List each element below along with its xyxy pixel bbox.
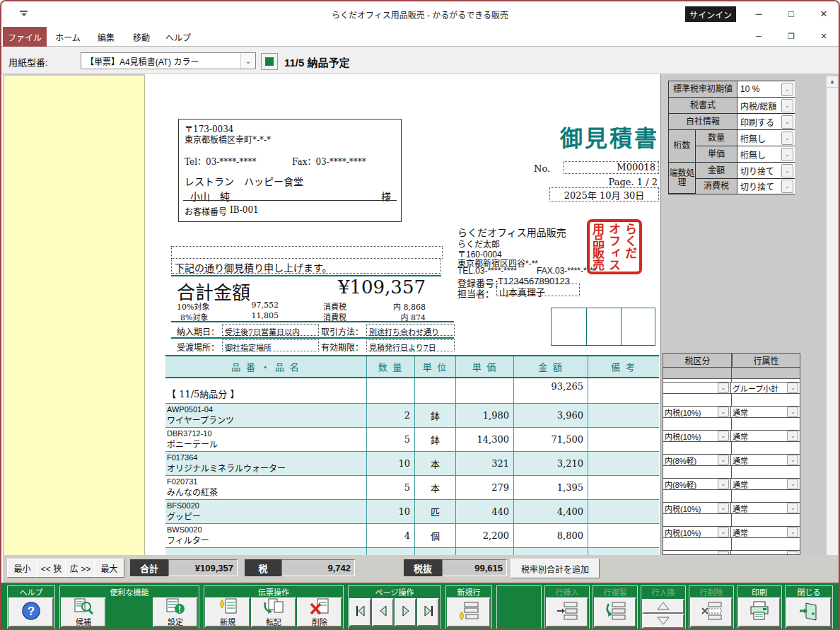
table-row-partial[interactable] [165, 548, 659, 555]
item-unit[interactable]: 鉢 [415, 404, 456, 427]
table-row[interactable]: AWP0501-04ワイヤープランツ 2 鉢 1,980 3,960 [165, 404, 659, 428]
term-place-field[interactable]: 御社指定場所 [222, 339, 319, 351]
minimize-button[interactable]: ─ [742, 3, 775, 24]
row-attr-select[interactable]: グループ小計⌄ [730, 383, 800, 393]
chevron-down-icon[interactable]: ⌄ [787, 503, 798, 513]
move-row-down-button[interactable] [642, 614, 684, 629]
row-attr-select[interactable]: 通常⌄ [730, 455, 800, 465]
item-qty[interactable]: 5 [367, 428, 415, 451]
item-unit[interactable]: 本 [415, 452, 456, 475]
doc-minimize-button[interactable]: ─ [742, 28, 775, 45]
tab-edit[interactable]: 編集 [89, 27, 123, 47]
setting-qty-digits-select[interactable]: 桁無し⌄ [737, 130, 795, 146]
chevron-down-icon[interactable]: ⌄ [718, 407, 729, 417]
maximize-button[interactable]: □ [775, 3, 807, 24]
chevron-down-icon[interactable]: ⌄ [718, 503, 729, 513]
width-max-button[interactable]: 最大 [94, 559, 124, 578]
chevron-down-icon[interactable]: ⌄ [787, 431, 798, 441]
tax-class-select[interactable]: 内(8%軽)⌄ [663, 479, 730, 489]
item-price[interactable]: 440 [456, 500, 514, 523]
delete-voucher-button[interactable]: 削除 [297, 597, 342, 627]
doc-close-button[interactable]: ✕ [807, 28, 840, 45]
item-name[interactable]: みんなの紅茶 [167, 486, 218, 498]
chevron-down-icon[interactable]: ⌄ [718, 455, 729, 465]
customer-address-box[interactable]: 〒173-0034 東京都板橋区幸町*-*-* Tel：03-****-****… [178, 119, 402, 222]
prev-page-button[interactable] [372, 598, 394, 626]
item-price[interactable]: 321 [456, 452, 514, 475]
item-unit[interactable]: 個 [415, 524, 456, 547]
customer-address[interactable]: 東京都板橋区幸町*-*-* [185, 133, 271, 145]
item-price[interactable]: 2,200 [456, 524, 514, 547]
chevron-down-icon[interactable]: ⌄ [781, 132, 793, 145]
row-attr-select[interactable]: 通常⌄ [730, 479, 800, 489]
doc-date-field[interactable]: 2025年 10月 30日 [549, 187, 659, 202]
tax-class-select[interactable]: 内税(10%)⌄ [663, 503, 730, 513]
item-name[interactable]: フィルター [167, 534, 209, 546]
new-voucher-button[interactable]: 新規 [205, 597, 250, 627]
first-page-button[interactable] [349, 598, 371, 626]
chevron-down-icon[interactable]: ⌄ [787, 455, 798, 465]
setting-tax-format-select[interactable]: 内税/総額⌄ [737, 98, 795, 114]
print-button[interactable] [738, 597, 781, 627]
greeting-field-empty[interactable] [171, 246, 443, 259]
item-name[interactable]: ポニーテール [167, 438, 218, 450]
item-amount[interactable]: 4,400 [514, 500, 588, 523]
item-qty[interactable]: 10 [367, 452, 415, 475]
table-row[interactable]: F017364オリジナルミネラルウォーター 10 本 321 3,210 [165, 452, 659, 476]
table-row-group[interactable]: 【 11/5納品分 】 93,265 [165, 378, 659, 404]
tab-help[interactable]: ヘルプ [160, 27, 197, 47]
close-button[interactable]: ✕ [807, 3, 840, 24]
group-row-name[interactable]: 【 11/5納品分 】 [167, 387, 239, 400]
item-name[interactable]: ワイヤープランツ [167, 414, 234, 426]
delete-row-button[interactable] [690, 597, 733, 627]
chevron-down-icon[interactable]: ⌄ [781, 115, 793, 129]
next-page-button[interactable] [395, 598, 416, 626]
item-price[interactable]: 279 [456, 476, 514, 499]
item-code[interactable]: F017364 [165, 452, 366, 462]
chevron-down-icon[interactable]: ⌄ [787, 383, 798, 393]
item-code[interactable]: AWP0501-04 [165, 404, 366, 414]
setting-amount-rounding-select[interactable]: 切り捨て⌄ [737, 163, 795, 179]
tab-home[interactable]: ホーム [48, 27, 88, 47]
table-row[interactable]: BFS0020グッピー 10 匹 440 4,400 [165, 500, 659, 524]
customer-tel[interactable]: Tel：03-****-**** [185, 155, 256, 167]
item-amount[interactable]: 71,500 [514, 428, 588, 451]
issuer-staff-field[interactable]: 山本真理子 [496, 284, 580, 296]
item-code[interactable]: BWS0020 [165, 524, 366, 535]
group-row-amount[interactable]: 93,265 [514, 378, 588, 403]
item-qty[interactable]: 10 [367, 500, 415, 523]
tax-class-select[interactable]: 内税(10%)⌄ [663, 431, 730, 441]
duplicate-row-button[interactable] [594, 597, 636, 627]
chevron-down-icon[interactable]: ⌄ [781, 83, 793, 96]
tax-class-select[interactable]: 内(8%軽)⌄ [663, 455, 730, 465]
chevron-down-icon[interactable]: ⌄ [240, 53, 255, 69]
chevron-down-icon[interactable]: ⌄ [787, 407, 798, 417]
candidates-button[interactable]: 候補 [61, 597, 106, 627]
table-row[interactable]: F020731みんなの紅茶 5 本 279 1,395 [165, 476, 659, 500]
paper-type-select[interactable]: 【単票】A4見積書(AT) カラー ⌄ [81, 52, 256, 69]
last-page-button[interactable] [417, 598, 439, 626]
item-name[interactable]: オリジナルミネラルウォーター [167, 462, 286, 474]
chevron-down-icon[interactable]: ⌄ [718, 479, 729, 489]
table-row[interactable]: BWS0020フィルター 4 個 2,200 8,800 [165, 524, 659, 548]
tab-move[interactable]: 移動 [124, 27, 158, 47]
move-row-up-button[interactable] [642, 599, 684, 614]
item-qty[interactable]: 4 [367, 524, 415, 547]
customer-fax[interactable]: Fax：03-****-**** [292, 155, 366, 167]
item-name[interactable]: グッピー [167, 510, 201, 522]
tax-class-select[interactable]: ⌄ [663, 383, 730, 393]
sign-in-button[interactable]: サインイン [685, 6, 736, 22]
left-panel[interactable] [4, 76, 145, 555]
tax-class-select[interactable]: 内税(10%)⌄ [663, 527, 730, 537]
setting-tax-rate-select[interactable]: 10 %⌄ [737, 81, 795, 98]
item-price[interactable]: 1,980 [456, 404, 514, 427]
setting-price-digits-select[interactable]: 桁無し⌄ [737, 146, 795, 163]
chevron-down-icon[interactable]: ⌄ [718, 527, 729, 537]
customer-person[interactable]: 小山 純 [190, 189, 230, 203]
insert-row-button[interactable] [546, 597, 588, 627]
chevron-down-icon[interactable]: ⌄ [718, 431, 729, 441]
chevron-down-icon[interactable]: ⌄ [781, 180, 793, 193]
setting-tax-rounding-select[interactable]: 切り捨て⌄ [737, 179, 795, 194]
tax-class-select[interactable]: 内税(10%)⌄ [663, 407, 730, 417]
table-row[interactable]: DBR3712-10ポニーテール 5 鉢 14,300 71,500 [165, 428, 659, 452]
